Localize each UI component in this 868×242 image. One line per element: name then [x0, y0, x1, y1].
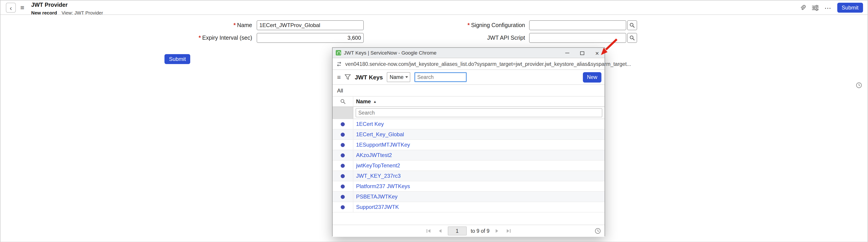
search-icon [340, 99, 345, 104]
record-link[interactable]: PSBETAJWTKey [356, 194, 398, 200]
record-preview-icon[interactable] [341, 164, 345, 168]
breadcrumb-all[interactable]: All [337, 87, 343, 94]
url-bar[interactable]: ven04180.service-now.com/jwt_keystore_al… [333, 58, 604, 70]
table-search-row [333, 107, 604, 119]
header-titles: JWT Provider New recordView: JWT Provide… [31, 2, 103, 17]
servicenow-favicon [336, 50, 341, 56]
required-marker: * [234, 22, 236, 28]
window-controls: × [560, 48, 604, 58]
menu-icon[interactable]: ≡ [20, 4, 24, 11]
jwt-keys-popup-window: JWT Keys | ServiceNow - Google Chrome × … [332, 47, 605, 236]
record-preview-icon[interactable] [341, 122, 345, 126]
minimize-button[interactable] [560, 48, 575, 58]
app-header: ‹ ≡ JWT Provider New recordView: JWT Pro… [0, 0, 868, 15]
table-row[interactable]: 1ESupportMTJWTKey [333, 140, 604, 150]
record-link[interactable]: Support237JWTK [356, 204, 399, 210]
minimize-icon [565, 53, 569, 53]
maximize-button[interactable] [575, 48, 590, 58]
expiry-label: *Expiry Interval (sec) [152, 33, 252, 43]
site-info-icon[interactable] [336, 61, 342, 67]
new-button[interactable]: New [583, 72, 601, 82]
jwt-api-script-field[interactable] [529, 33, 626, 43]
table-row[interactable]: Platform237 JWTKeys [333, 181, 604, 192]
list-title: JWT Keys [355, 74, 383, 80]
jwt-api-script-label: JWT API Script [425, 33, 525, 43]
required-marker: * [198, 35, 201, 41]
signing-config-label: *Signing Configuration [425, 20, 525, 30]
more-icon[interactable]: ⋯ [825, 4, 831, 11]
table-column-header: Name ▲ [333, 96, 604, 107]
table-row[interactable]: Support237JWTK [333, 202, 604, 212]
record-preview-icon[interactable] [341, 184, 345, 188]
record-link[interactable]: 1ECert Key [356, 121, 384, 127]
signing-config-lookup-button[interactable] [627, 20, 637, 30]
header-actions: ⋯ Submit [799, 0, 863, 15]
chevron-down-icon [406, 76, 408, 78]
record-preview-icon[interactable] [341, 132, 345, 136]
record-link[interactable]: AKzoJWTtest2 [356, 152, 392, 158]
record-link[interactable]: 1ECert_Key_Global [356, 131, 404, 138]
submit-button-header[interactable]: Submit [837, 3, 863, 13]
maximize-icon [580, 51, 584, 55]
sort-asc-icon: ▲ [373, 100, 377, 104]
expiry-field[interactable] [257, 33, 364, 43]
record-link[interactable]: jwtKeyTopTenent2 [356, 162, 400, 169]
record-link[interactable]: Platform237 JWTKeys [356, 183, 410, 189]
list-search-input[interactable] [414, 72, 467, 82]
pagination-range: to 9 of 9 [471, 228, 489, 234]
record-link[interactable]: 1ESupportMTJWTKey [356, 142, 410, 148]
close-icon: × [595, 50, 599, 56]
sliders-icon[interactable] [812, 5, 818, 10]
page: ‹ ≡ JWT Provider New recordView: JWT Pro… [0, 0, 868, 242]
submit-button-form[interactable]: Submit [164, 54, 190, 64]
record-link[interactable]: JWT_KEY_237rc3 [356, 173, 401, 179]
record-state: New record [31, 10, 57, 15]
table-row[interactable]: PSBETAJWTKey [333, 192, 604, 202]
column-search-toggle[interactable] [333, 97, 353, 106]
record-preview-icon[interactable] [341, 153, 345, 157]
list-toolbar: ≡ JWT Keys Name New [333, 70, 604, 85]
table-row[interactable]: 1ECert Key [333, 119, 604, 130]
table-row[interactable]: 1ECert_Key_Global [333, 130, 604, 140]
search-icon [629, 35, 635, 41]
paperclip-icon[interactable] [799, 4, 806, 11]
column-search-input[interactable] [355, 108, 602, 117]
table-rows: 1ECert Key 1ECert_Key_Global 1ESupportMT… [333, 119, 604, 212]
signing-config-field[interactable] [529, 20, 626, 30]
jwt-api-script-lookup-button[interactable] [627, 33, 637, 43]
column-header-name[interactable]: Name [356, 98, 371, 105]
pagination-bar: to 9 of 9 [333, 224, 604, 237]
record-preview-icon[interactable] [341, 143, 345, 147]
table-row[interactable]: jwtKeyTopTenent2 [333, 161, 604, 171]
required-marker: * [467, 22, 470, 28]
search-icon [629, 23, 635, 28]
url-text: ven04180.service-now.com/jwt_keystore_al… [345, 61, 631, 67]
view-label: View: JWT Provider [61, 10, 103, 15]
previous-page-button[interactable] [436, 227, 443, 235]
response-time-icon[interactable] [595, 228, 601, 234]
window-titlebar[interactable]: JWT Keys | ServiceNow - Google Chrome × [333, 48, 604, 58]
table-row[interactable]: AKzoJWTtest2 [333, 150, 604, 161]
close-button[interactable]: × [590, 48, 604, 58]
page-title: JWT Provider [31, 2, 103, 8]
search-row-gutter [333, 107, 353, 118]
last-page-button[interactable] [505, 227, 512, 235]
name-field[interactable] [257, 20, 364, 30]
record-preview-icon[interactable] [341, 174, 345, 178]
search-field-select[interactable]: Name [387, 72, 410, 82]
breadcrumb: All [333, 85, 604, 96]
back-icon: ‹ [10, 4, 12, 11]
first-page-button[interactable] [425, 227, 432, 235]
filter-icon[interactable] [345, 74, 351, 80]
record-preview-icon[interactable] [341, 205, 345, 209]
back-button[interactable]: ‹ [6, 3, 16, 13]
page-number-input[interactable] [447, 227, 467, 236]
name-label: *Name [152, 20, 252, 30]
table-row[interactable]: JWT_KEY_237rc3 [333, 171, 604, 181]
record-preview-icon[interactable] [341, 195, 345, 199]
list-menu-icon[interactable]: ≡ [337, 73, 341, 81]
next-page-button[interactable] [494, 227, 501, 235]
window-title: JWT Keys | ServiceNow - Google Chrome [344, 50, 436, 56]
timer-icon[interactable] [856, 82, 862, 89]
